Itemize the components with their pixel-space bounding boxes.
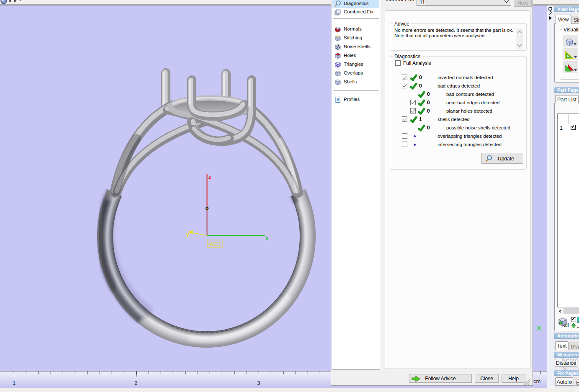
svg-text:z: z	[208, 174, 211, 180]
svg-text:WCS: WCS	[209, 241, 221, 247]
svg-text:x: x	[265, 235, 268, 241]
svg-text:y: y	[186, 232, 189, 237]
